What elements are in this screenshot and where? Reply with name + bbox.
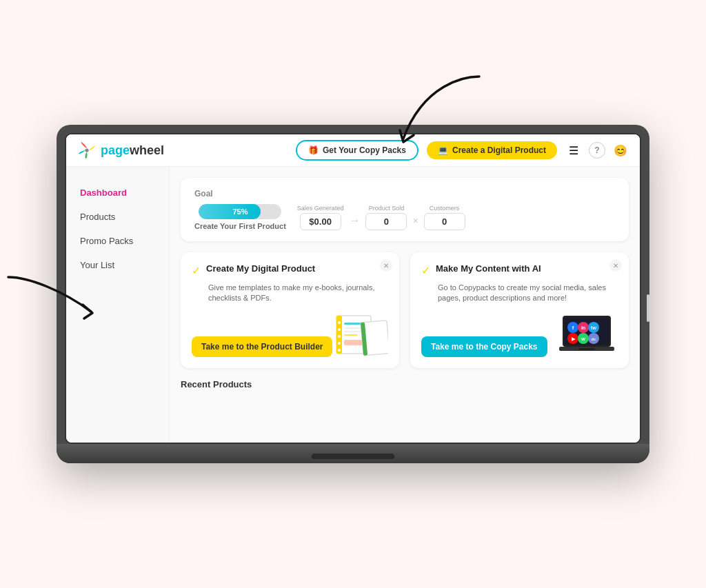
digital-product-icon: 💻 — [438, 145, 448, 155]
stat-customers: Customers 0 — [424, 205, 465, 230]
goal-progress-area: 75% Create Your First Product — [194, 204, 286, 230]
notebook-illustration — [333, 312, 388, 357]
sidebar-item-products[interactable]: Products — [66, 205, 169, 229]
sidebar-item-dashboard[interactable]: Dashboard — [66, 181, 169, 205]
svg-text:f: f — [572, 325, 574, 331]
digital-product-header: ✓ Create My Digital Product — [192, 263, 388, 277]
stat-customers-label: Customers — [430, 205, 460, 212]
main-content: Goal 75% Create Your First Product — [170, 167, 640, 443]
action-cards: ✕ ✓ Create My Digital Product Give me te… — [181, 252, 629, 368]
logo-text: pagewheel — [101, 143, 164, 158]
logo-icon — [77, 141, 97, 160]
progress-bar-container: 75% — [199, 204, 281, 219]
stat-products: Product Sold 0 — [365, 205, 407, 230]
digital-product-desc: Give me templates to make my e-books, jo… — [192, 283, 388, 304]
svg-rect-11 — [344, 334, 358, 336]
stat-customers-value: 0 — [424, 213, 465, 230]
copy-packs-button[interactable]: Take me to the Copy Packs — [421, 336, 547, 357]
progress-bar-fill — [199, 204, 261, 219]
stat-sales-label: Sales Generated — [297, 205, 344, 212]
svg-point-4 — [338, 328, 341, 331]
svg-point-5 — [338, 335, 341, 338]
copy-packs-label: Get Your Copy Packs — [323, 145, 406, 155]
svg-point-3 — [338, 321, 341, 324]
stat-products-label: Product Sold — [369, 205, 405, 212]
create-digital-product-button[interactable]: 💻 Create a Digital Product — [427, 141, 557, 159]
check-icon-2: ✓ — [421, 264, 430, 277]
sidebar: Dashboard Products Promo Packs Your List — [66, 167, 170, 443]
app-body: Dashboard Products Promo Packs Your List… — [66, 167, 640, 443]
copy-packs-icon: 🎁 — [308, 145, 319, 155]
stat-sales-value: $0.00 — [300, 213, 341, 230]
app-header: pagewheel 🎁 Get Your Copy Packs 💻 Create… — [66, 134, 640, 167]
svg-point-6 — [338, 342, 341, 345]
svg-rect-12 — [344, 340, 365, 345]
smiley-icon[interactable]: 😊 — [612, 142, 629, 159]
goal-stats: Sales Generated $0.00 → Product Sold 0 × — [297, 205, 615, 230]
digital-product-card: ✕ ✓ Create My Digital Product Give me te… — [181, 252, 399, 368]
help-icon[interactable]: ? — [589, 142, 605, 159]
stat-sales: Sales Generated $0.00 — [297, 205, 344, 230]
svg-rect-30 — [578, 348, 595, 350]
ai-content-header: ✓ Make My Content with AI — [421, 263, 618, 277]
sidebar-item-your-list[interactable]: Your List — [66, 253, 169, 277]
laptop-screen: pagewheel 🎁 Get Your Copy Packs 💻 Create… — [65, 133, 641, 444]
stat-products-value: 0 — [365, 213, 407, 230]
check-icon-1: ✓ — [192, 264, 201, 277]
laptop-base — [57, 444, 649, 463]
digital-product-title: Create My Digital Product — [206, 263, 315, 274]
stat-arrow-1: → — [349, 214, 360, 227]
svg-point-0 — [85, 148, 88, 152]
digital-product-close[interactable]: ✕ — [380, 259, 392, 272]
stat-x-separator: × — [412, 215, 418, 226]
product-builder-button[interactable]: Take me to the Product Builder — [192, 336, 332, 357]
goal-label: Goal — [194, 189, 615, 199]
ai-content-title: Make My Content with AI — [436, 263, 541, 274]
social-laptop-illustration: f in tw ▶ w — [559, 312, 618, 357]
sidebar-item-promo-packs[interactable]: Promo Packs — [66, 229, 169, 253]
recent-products-label: Recent Products — [181, 379, 629, 389]
laptop-frame: pagewheel 🎁 Get Your Copy Packs 💻 Create… — [57, 125, 649, 463]
svg-text:in: in — [581, 325, 585, 330]
ai-content-close[interactable]: ✕ — [609, 259, 622, 272]
svg-rect-9 — [344, 327, 361, 329]
logo-area: pagewheel — [77, 141, 164, 160]
header-icons: ☰ ? 😊 — [565, 142, 629, 159]
svg-text:w: w — [581, 336, 585, 341]
progress-text: 75% — [232, 207, 248, 216]
svg-rect-10 — [344, 331, 363, 332]
goal-card: Goal 75% Create Your First Product — [181, 178, 629, 241]
digital-product-label: Create a Digital Product — [452, 145, 546, 155]
get-copy-packs-button[interactable]: 🎁 Get Your Copy Packs — [296, 140, 418, 161]
svg-text:dc: dc — [591, 337, 596, 341]
svg-point-7 — [338, 349, 341, 352]
ai-content-desc: Go to Copypacks to create my social medi… — [421, 283, 618, 304]
menu-icon[interactable]: ☰ — [565, 142, 582, 159]
svg-text:tw: tw — [591, 325, 596, 330]
ai-content-card: ✕ ✓ Make My Content with AI Go to Copypa… — [410, 252, 629, 368]
goal-content: 75% Create Your First Product Sales Gene… — [194, 204, 615, 230]
goal-subtitle: Create Your First Product — [194, 222, 286, 230]
